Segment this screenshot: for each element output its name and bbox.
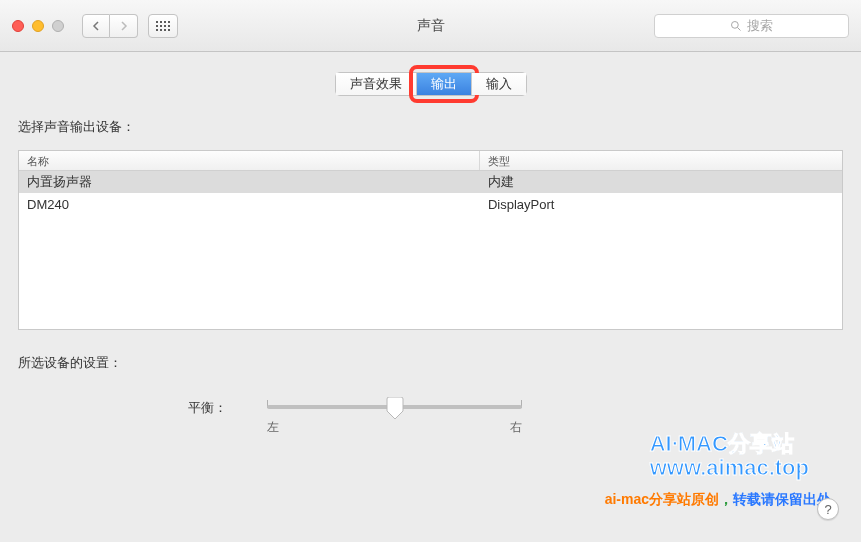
chevron-left-icon [92, 21, 100, 31]
column-type[interactable]: 类型 [480, 151, 842, 170]
device-row[interactable]: 内置扬声器 内建 [19, 171, 842, 193]
device-type: 内建 [480, 173, 842, 191]
svg-point-0 [732, 21, 739, 28]
balance-left-label: 左 [267, 419, 279, 436]
watermark-footer: ai-mac分享站原创，转载请保留出处 [605, 491, 831, 509]
minimize-window-button[interactable] [32, 20, 44, 32]
tab-input[interactable]: 输入 [472, 73, 526, 95]
chevron-right-icon [120, 21, 128, 31]
help-button[interactable]: ? [817, 498, 839, 520]
forward-button[interactable] [110, 14, 138, 38]
balance-slider[interactable]: 左 右 [267, 397, 522, 436]
watermark-logo: AI·MAC分享站 www.aimac.top [650, 432, 809, 480]
slider-labels: 左 右 [267, 419, 522, 436]
tabs: 声音效果 输出 输入 [18, 72, 843, 96]
device-list-header: 名称 类型 [19, 151, 842, 171]
device-row[interactable]: DM240 DisplayPort [19, 193, 842, 215]
tab-group: 声音效果 输出 输入 [335, 72, 527, 96]
balance-right-label: 右 [510, 419, 522, 436]
window-controls [12, 20, 64, 32]
search-icon [730, 20, 742, 32]
device-name: 内置扬声器 [19, 173, 480, 191]
tab-output[interactable]: 输出 [417, 73, 472, 95]
device-name: DM240 [19, 197, 480, 212]
show-all-button[interactable] [148, 14, 178, 38]
window-title: 声音 [417, 17, 445, 35]
toolbar: 声音 搜索 [0, 0, 861, 52]
svg-line-1 [738, 27, 741, 30]
content: 声音效果 输出 输入 选择声音输出设备： 名称 类型 内置扬声器 内建 DM24… [0, 52, 861, 456]
selected-device-settings-label: 所选设备的设置： [18, 354, 843, 372]
search-input[interactable]: 搜索 [654, 14, 849, 38]
back-button[interactable] [82, 14, 110, 38]
device-list: 名称 类型 内置扬声器 内建 DM240 DisplayPort [18, 150, 843, 330]
grid-icon [156, 21, 170, 31]
output-device-label: 选择声音输出设备： [18, 118, 843, 136]
column-name[interactable]: 名称 [19, 151, 480, 170]
slider-knob[interactable] [385, 397, 405, 417]
tab-sound-effects[interactable]: 声音效果 [336, 73, 417, 95]
nav-buttons [82, 14, 138, 38]
device-type: DisplayPort [480, 197, 842, 212]
search-placeholder: 搜索 [747, 17, 773, 35]
zoom-window-button[interactable] [52, 20, 64, 32]
balance-label: 平衡： [188, 397, 227, 417]
close-window-button[interactable] [12, 20, 24, 32]
